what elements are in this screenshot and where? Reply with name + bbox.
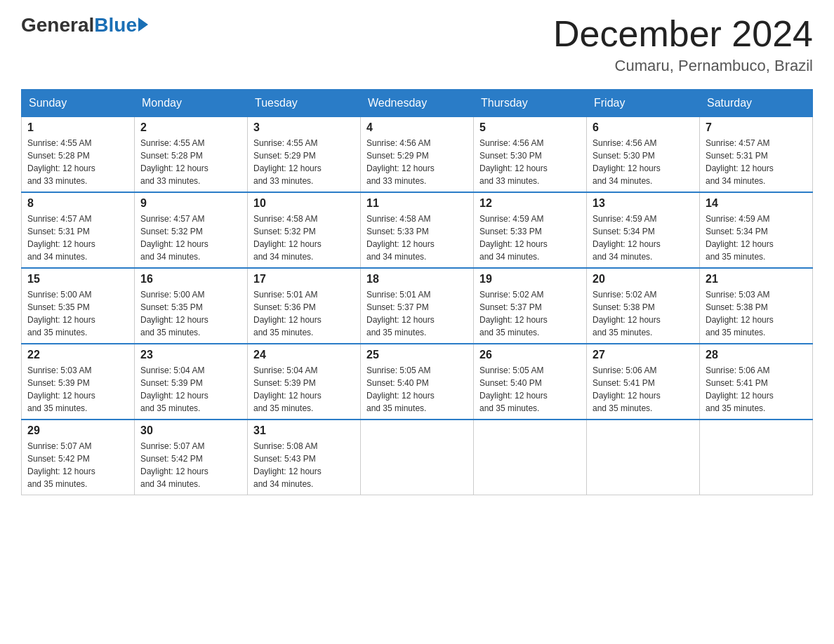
day-info: Sunrise: 5:01 AMSunset: 5:36 PMDaylight:… <box>253 288 355 339</box>
day-number: 6 <box>593 121 694 134</box>
day-info: Sunrise: 5:06 AMSunset: 5:41 PMDaylight:… <box>706 364 807 415</box>
table-row: 12 Sunrise: 4:59 AMSunset: 5:33 PMDaylig… <box>474 192 587 268</box>
day-info: Sunrise: 5:05 AMSunset: 5:40 PMDaylight:… <box>479 364 581 415</box>
table-row: 23 Sunrise: 5:04 AMSunset: 5:39 PMDaylig… <box>135 344 248 420</box>
table-row: 13 Sunrise: 4:59 AMSunset: 5:34 PMDaylig… <box>587 192 700 268</box>
day-number: 24 <box>253 349 355 361</box>
day-info: Sunrise: 4:56 AMSunset: 5:29 PMDaylight:… <box>366 137 468 187</box>
table-row: 20 Sunrise: 5:02 AMSunset: 5:38 PMDaylig… <box>587 268 700 344</box>
day-info: Sunrise: 4:55 AMSunset: 5:29 PMDaylight:… <box>253 137 355 187</box>
day-number: 26 <box>479 349 581 361</box>
table-row: 6 Sunrise: 4:56 AMSunset: 5:30 PMDayligh… <box>587 117 700 193</box>
logo-blue-text: Blue <box>94 14 137 36</box>
day-number: 28 <box>706 349 807 361</box>
day-info: Sunrise: 5:04 AMSunset: 5:39 PMDaylight:… <box>140 364 241 415</box>
day-number: 23 <box>140 349 241 361</box>
logo-general-text: General <box>21 14 94 36</box>
table-row: 7 Sunrise: 4:57 AMSunset: 5:31 PMDayligh… <box>700 117 813 193</box>
table-row: 9 Sunrise: 4:57 AMSunset: 5:32 PMDayligh… <box>135 192 248 268</box>
day-info: Sunrise: 4:58 AMSunset: 5:32 PMDaylight:… <box>253 213 355 263</box>
day-number: 7 <box>706 121 807 134</box>
table-row: 1 Sunrise: 4:55 AMSunset: 5:28 PMDayligh… <box>22 117 135 193</box>
table-row: 28 Sunrise: 5:06 AMSunset: 5:41 PMDaylig… <box>700 344 813 420</box>
table-row: 19 Sunrise: 5:02 AMSunset: 5:37 PMDaylig… <box>474 268 587 344</box>
table-row: 10 Sunrise: 4:58 AMSunset: 5:32 PMDaylig… <box>248 192 361 268</box>
day-info: Sunrise: 5:07 AMSunset: 5:42 PMDaylight:… <box>140 440 241 490</box>
table-row: 2 Sunrise: 4:55 AMSunset: 5:28 PMDayligh… <box>135 117 248 193</box>
day-number: 29 <box>27 424 128 437</box>
col-tuesday: Tuesday <box>248 90 361 117</box>
calendar-week-row: 15 Sunrise: 5:00 AMSunset: 5:35 PMDaylig… <box>22 268 813 344</box>
day-info: Sunrise: 5:07 AMSunset: 5:42 PMDaylight:… <box>27 440 128 490</box>
day-number: 21 <box>706 273 807 286</box>
day-number: 13 <box>593 197 694 210</box>
day-info: Sunrise: 5:03 AMSunset: 5:38 PMDaylight:… <box>706 288 807 339</box>
day-info: Sunrise: 4:56 AMSunset: 5:30 PMDaylight:… <box>479 137 581 187</box>
day-number: 2 <box>140 121 241 134</box>
table-row: 18 Sunrise: 5:01 AMSunset: 5:37 PMDaylig… <box>361 268 474 344</box>
day-number: 27 <box>593 349 694 361</box>
table-row: 15 Sunrise: 5:00 AMSunset: 5:35 PMDaylig… <box>22 268 135 344</box>
day-info: Sunrise: 5:05 AMSunset: 5:40 PMDaylight:… <box>366 364 468 415</box>
logo: General Blue <box>21 14 148 36</box>
table-row: 30 Sunrise: 5:07 AMSunset: 5:42 PMDaylig… <box>135 420 248 495</box>
table-row: 5 Sunrise: 4:56 AMSunset: 5:30 PMDayligh… <box>474 117 587 193</box>
location-text: Cumaru, Pernambuco, Brazil <box>553 57 813 75</box>
day-number: 20 <box>593 273 694 286</box>
table-row: 31 Sunrise: 5:08 AMSunset: 5:43 PMDaylig… <box>248 420 361 495</box>
day-number: 14 <box>706 197 807 210</box>
day-info: Sunrise: 4:59 AMSunset: 5:34 PMDaylight:… <box>593 213 694 263</box>
day-info: Sunrise: 4:57 AMSunset: 5:31 PMDaylight:… <box>27 213 128 263</box>
day-info: Sunrise: 5:01 AMSunset: 5:37 PMDaylight:… <box>366 288 468 339</box>
day-number: 9 <box>140 197 241 210</box>
day-number: 30 <box>140 424 241 437</box>
table-row: 16 Sunrise: 5:00 AMSunset: 5:35 PMDaylig… <box>135 268 248 344</box>
day-info: Sunrise: 5:08 AMSunset: 5:43 PMDaylight:… <box>253 440 355 490</box>
day-number: 10 <box>253 197 355 210</box>
table-row: 21 Sunrise: 5:03 AMSunset: 5:38 PMDaylig… <box>700 268 813 344</box>
day-number: 12 <box>479 197 581 210</box>
table-row: 27 Sunrise: 5:06 AMSunset: 5:41 PMDaylig… <box>587 344 700 420</box>
col-thursday: Thursday <box>474 90 587 117</box>
table-row: 26 Sunrise: 5:05 AMSunset: 5:40 PMDaylig… <box>474 344 587 420</box>
day-number: 5 <box>479 121 581 134</box>
table-row: 3 Sunrise: 4:55 AMSunset: 5:29 PMDayligh… <box>248 117 361 193</box>
table-row: 11 Sunrise: 4:58 AMSunset: 5:33 PMDaylig… <box>361 192 474 268</box>
day-info: Sunrise: 4:55 AMSunset: 5:28 PMDaylight:… <box>27 137 128 187</box>
page-header: General Blue December 2024 Cumaru, Perna… <box>21 14 813 75</box>
day-info: Sunrise: 5:02 AMSunset: 5:38 PMDaylight:… <box>593 288 694 339</box>
day-info: Sunrise: 4:57 AMSunset: 5:31 PMDaylight:… <box>706 137 807 187</box>
day-info: Sunrise: 5:04 AMSunset: 5:39 PMDaylight:… <box>253 364 355 415</box>
day-number: 25 <box>366 349 468 361</box>
day-info: Sunrise: 4:59 AMSunset: 5:34 PMDaylight:… <box>706 213 807 263</box>
table-row: 14 Sunrise: 4:59 AMSunset: 5:34 PMDaylig… <box>700 192 813 268</box>
col-wednesday: Wednesday <box>361 90 474 117</box>
table-row: 25 Sunrise: 5:05 AMSunset: 5:40 PMDaylig… <box>361 344 474 420</box>
title-section: December 2024 Cumaru, Pernambuco, Brazil <box>553 14 813 75</box>
table-row <box>587 420 700 495</box>
day-info: Sunrise: 4:59 AMSunset: 5:33 PMDaylight:… <box>479 213 581 263</box>
day-number: 16 <box>140 273 241 286</box>
col-sunday: Sunday <box>22 90 135 117</box>
table-row <box>474 420 587 495</box>
day-number: 8 <box>27 197 128 210</box>
day-number: 31 <box>253 424 355 437</box>
logo-arrow-icon <box>138 18 148 32</box>
day-number: 4 <box>366 121 468 134</box>
day-info: Sunrise: 5:06 AMSunset: 5:41 PMDaylight:… <box>593 364 694 415</box>
table-row: 17 Sunrise: 5:01 AMSunset: 5:36 PMDaylig… <box>248 268 361 344</box>
day-info: Sunrise: 4:57 AMSunset: 5:32 PMDaylight:… <box>140 213 241 263</box>
day-number: 18 <box>366 273 468 286</box>
day-info: Sunrise: 4:56 AMSunset: 5:30 PMDaylight:… <box>593 137 694 187</box>
day-info: Sunrise: 4:55 AMSunset: 5:28 PMDaylight:… <box>140 137 241 187</box>
table-row: 8 Sunrise: 4:57 AMSunset: 5:31 PMDayligh… <box>22 192 135 268</box>
calendar-week-row: 8 Sunrise: 4:57 AMSunset: 5:31 PMDayligh… <box>22 192 813 268</box>
table-row <box>700 420 813 495</box>
month-title: December 2024 <box>553 14 813 54</box>
calendar-table: Sunday Monday Tuesday Wednesday Thursday… <box>21 89 813 495</box>
day-number: 17 <box>253 273 355 286</box>
col-saturday: Saturday <box>700 90 813 117</box>
day-info: Sunrise: 5:02 AMSunset: 5:37 PMDaylight:… <box>479 288 581 339</box>
day-info: Sunrise: 5:00 AMSunset: 5:35 PMDaylight:… <box>27 288 128 339</box>
table-row <box>361 420 474 495</box>
